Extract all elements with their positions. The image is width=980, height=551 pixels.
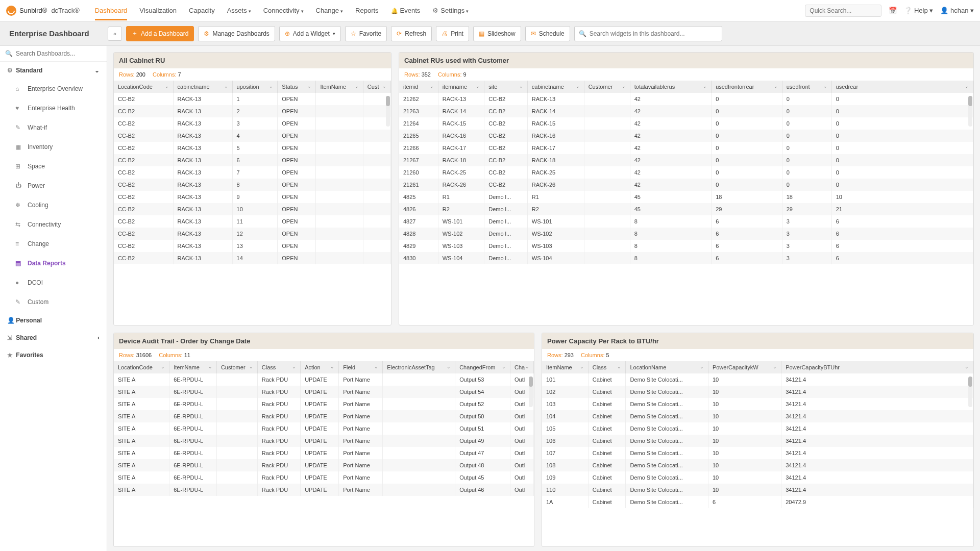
table-row[interactable]: 21260RACK-25CC-B2RACK-2542000	[399, 166, 973, 179]
table-row[interactable]: CC-B2RACK-1314OPEN	[114, 252, 391, 264]
sidebar-section-personal[interactable]: 👤 Personal	[0, 312, 107, 329]
add-dashboard-button[interactable]: ＋Add a Dashboard	[126, 26, 194, 41]
nav-connectivity[interactable]: Connectivity▾	[263, 1, 304, 20]
col-header[interactable]: ItemName⌄	[169, 361, 217, 373]
table-row[interactable]: 4825R1Demo l...R145181810	[399, 191, 973, 203]
col-header[interactable]: usedfrontorrear⌄	[712, 81, 782, 93]
table-row[interactable]: CC-B2RACK-139OPEN	[114, 191, 391, 203]
refresh-button[interactable]: ⟳Refresh	[391, 26, 432, 41]
sidebar-item-change[interactable]: ≡Change	[0, 234, 107, 254]
table-row[interactable]: 107CabinetDemo Site Colocati...1034121.4	[542, 447, 973, 459]
nav-change[interactable]: Change▾	[316, 1, 344, 20]
sidebar-section-shared[interactable]: ⇲ Shared‹	[0, 329, 107, 346]
nav-settings[interactable]: Settings▾	[432, 1, 469, 20]
col-header[interactable]: totalavailablerus⌄	[630, 81, 711, 93]
col-header[interactable]: Customer⌄	[216, 361, 257, 373]
sidebar-search-input[interactable]	[16, 50, 102, 57]
global-search-input[interactable]	[805, 5, 881, 17]
sidebar-item-data-reports[interactable]: ▤Data Reports	[0, 254, 107, 273]
col-header[interactable]: Status⌄	[278, 81, 316, 93]
col-header[interactable]: LocationName⌄	[626, 361, 708, 373]
calendar-icon[interactable]: 📅	[889, 7, 897, 14]
table-row[interactable]: CC-B2RACK-131OPEN	[114, 93, 391, 105]
favorite-button[interactable]: ☆Favorite	[345, 26, 387, 41]
widget-search[interactable]: 🔍	[574, 26, 722, 41]
table-row[interactable]: 110CabinetDemo Site Colocati...1034121.4	[542, 484, 973, 496]
table-row[interactable]: 109CabinetDemo Site Colocati...1034121.4	[542, 471, 973, 484]
table-row[interactable]: CC-B2RACK-1310OPEN	[114, 203, 391, 215]
table-row[interactable]: 103CabinetDemo Site Colocati...1034121.4	[542, 398, 973, 410]
table-row[interactable]: SITE A6E-RPDU-LRack PDUUPDATEPort NameOu…	[114, 435, 534, 447]
nav-reports[interactable]: Reports	[355, 1, 379, 20]
add-widget-button[interactable]: ⊕Add a Widget▾	[279, 26, 341, 41]
nav-dashboard[interactable]: Dashboard	[95, 1, 128, 20]
col-header[interactable]: site⌄	[484, 81, 528, 93]
col-header[interactable]: ChangedFrom⌄	[455, 361, 510, 373]
nav-capacity[interactable]: Capacity	[189, 1, 215, 20]
v-scrollbar[interactable]	[386, 96, 390, 127]
col-header[interactable]: Class⌄	[257, 361, 300, 373]
sidebar-item-custom[interactable]: ✎Custom	[0, 292, 107, 312]
col-header[interactable]: itemname⌄	[438, 81, 484, 93]
col-header[interactable]: cabinetname⌄	[173, 81, 232, 93]
col-header[interactable]: Field⌄	[339, 361, 383, 373]
table-row[interactable]: 101CabinetDemo Site Colocati...1034121.4	[542, 373, 973, 386]
table-row[interactable]: 4826R2Demo l...R245292921	[399, 203, 973, 215]
col-header[interactable]: Cha⌄	[510, 361, 534, 373]
table-row[interactable]: CC-B2RACK-135OPEN	[114, 142, 391, 154]
col-header[interactable]: Class⌄	[588, 361, 626, 373]
table-row[interactable]: 108CabinetDemo Site Colocati...1034121.4	[542, 459, 973, 471]
col-header[interactable]: itemid⌄	[399, 81, 438, 93]
nav-visualization[interactable]: Visualization	[139, 1, 177, 20]
col-header[interactable]: ItemName⌄	[542, 361, 588, 373]
table-row[interactable]: CC-B2RACK-1313OPEN	[114, 240, 391, 252]
schedule-button[interactable]: ✉Schedule	[525, 26, 570, 41]
table-row[interactable]: 21264RACK-15CC-B2RACK-1542000	[399, 117, 973, 130]
table-row[interactable]: 21262RACK-13CC-B2RACK-1342000	[399, 93, 973, 105]
table-row[interactable]: 21263RACK-14CC-B2RACK-1442000	[399, 105, 973, 117]
widget-search-input[interactable]	[590, 30, 718, 37]
col-header[interactable]: usedfront⌄	[782, 81, 831, 93]
table-row[interactable]: 21265RACK-16CC-B2RACK-1642000	[399, 130, 973, 142]
table-row[interactable]: 102CabinetDemo Site Colocati...1034121.4	[542, 386, 973, 398]
table-row[interactable]: CC-B2RACK-133OPEN	[114, 117, 391, 130]
table-row[interactable]: CC-B2RACK-132OPEN	[114, 105, 391, 117]
table-row[interactable]: CC-B2RACK-138OPEN	[114, 179, 391, 191]
sidebar-section-standard[interactable]: ⚙ Standard⌄	[0, 62, 107, 79]
table-row[interactable]: 21261RACK-26CC-B2RACK-2642000	[399, 179, 973, 191]
help-menu[interactable]: ❔ Help ▾	[904, 7, 933, 14]
sidebar-item-enterprise-health[interactable]: ♥Enterprise Health	[0, 98, 107, 118]
table-row[interactable]: CC-B2RACK-136OPEN	[114, 154, 391, 166]
table-row[interactable]: 4827WS-101Demo l...WS-1018636	[399, 215, 973, 228]
table-row[interactable]: SITE A6E-RPDU-LRack PDUUPDATEPort NameOu…	[114, 471, 534, 484]
table-row[interactable]: SITE A6E-RPDU-LRack PDUUPDATEPort NameOu…	[114, 386, 534, 398]
sidebar-item-connectivity[interactable]: ⇆Connectivity	[0, 215, 107, 234]
table-row[interactable]: CC-B2RACK-134OPEN	[114, 130, 391, 142]
table-row[interactable]: 21266RACK-17CC-B2RACK-1742000	[399, 142, 973, 154]
sidebar-search[interactable]: 🔍	[0, 46, 107, 62]
nav-events[interactable]: Events	[391, 1, 421, 20]
sidebar-item-what-if[interactable]: ✎What-if	[0, 118, 107, 137]
sidebar-item-inventory[interactable]: ▦Inventory	[0, 137, 107, 157]
table-row[interactable]: 4829WS-103Demo l...WS-1038636	[399, 240, 973, 252]
nav-assets[interactable]: Assets▾	[227, 1, 251, 20]
manage-dashboards-button[interactable]: ⚙Manage Dashboards	[198, 26, 275, 41]
col-header[interactable]: cabinetname⌄	[527, 81, 584, 93]
table-row[interactable]: 1ACabinetDemo Site Colocati...620472.9	[542, 496, 973, 508]
table-row[interactable]: 105CabinetDemo Site Colocati...1034121.4	[542, 422, 973, 435]
table-row[interactable]: SITE A6E-RPDU-LRack PDUUPDATEPort NameOu…	[114, 422, 534, 435]
v-scrollbar[interactable]	[968, 377, 972, 407]
table-row[interactable]: 4830WS-104Demo l...WS-1048636	[399, 252, 973, 264]
collapse-sidebar-button[interactable]: «	[108, 27, 122, 41]
table-row[interactable]: SITE A6E-RPDU-LRack PDUUPDATEPort NameOu…	[114, 373, 534, 386]
col-header[interactable]: Action⌄	[301, 361, 339, 373]
col-header[interactable]: PowerCapacityBTUhr⌄	[781, 361, 973, 373]
col-header[interactable]: LocationCode⌄	[114, 361, 169, 373]
print-button[interactable]: 🖨Print	[436, 26, 469, 41]
table-row[interactable]: SITE A6E-RPDU-LRack PDUUPDATEPort NameOu…	[114, 484, 534, 496]
col-header[interactable]: PowerCapacitykW⌄	[708, 361, 781, 373]
col-header[interactable]: uposition⌄	[232, 81, 278, 93]
sidebar-item-cooling[interactable]: ❄Cooling	[0, 195, 107, 215]
col-header[interactable]: LocationCode⌄	[114, 81, 173, 93]
sidebar-item-dcoi[interactable]: ●DCOI	[0, 273, 107, 292]
